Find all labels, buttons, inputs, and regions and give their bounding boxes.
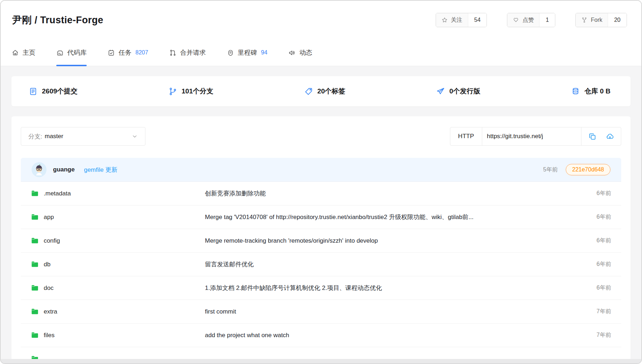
- file-row[interactable]: doc 1.添加文档 2.邮件中缺陷序号计算机制优化 2.项目、课程动态优化 6…: [21, 276, 621, 300]
- tab-issues[interactable]: 任务 8207: [107, 39, 148, 66]
- file-commit-message[interactable]: first commit: [205, 308, 581, 315]
- window-bottom-edge: [1, 359, 641, 363]
- app-window: 尹刚 / Trustie-Forge 关注 54 点赞 1 Fork: [0, 0, 642, 364]
- file-name[interactable]: .metadata: [44, 190, 71, 197]
- commit-author[interactable]: guange: [53, 166, 75, 173]
- tab-merge-requests[interactable]: 合并请求: [169, 39, 206, 66]
- home-icon: [11, 49, 19, 57]
- tag-icon: [304, 87, 313, 96]
- file-name[interactable]: doc: [44, 285, 53, 292]
- fork-label: Fork: [591, 17, 602, 23]
- file-name[interactable]: extra: [44, 308, 57, 315]
- file-commit-message[interactable]: 1.添加文档 2.邮件中缺陷序号计算机制优化 2.项目、课程动态优化: [205, 284, 581, 292]
- tab-home-label: 主页: [23, 48, 35, 57]
- download-icon[interactable]: [606, 132, 614, 141]
- branch-label: 分支:: [28, 132, 42, 141]
- folder-icon: [31, 189, 39, 198]
- file-commit-message[interactable]: 创新竞赛添加删除功能: [205, 189, 581, 198]
- tab-activity[interactable]: 动态: [288, 39, 312, 66]
- fork-icon: [581, 17, 588, 23]
- stat-branches[interactable]: 101个分支: [168, 87, 214, 96]
- file-commit-time: 6年前: [581, 237, 611, 244]
- tab-home[interactable]: 主页: [11, 39, 35, 66]
- copy-icon[interactable]: [588, 132, 597, 141]
- commits-icon: [29, 87, 38, 96]
- branch-icon: [168, 87, 177, 96]
- stat-tags-label: 20个标签: [317, 87, 345, 96]
- stat-branches-label: 101个分支: [182, 87, 214, 96]
- repo-browser-card: 分支: master HTTP https://git.trustie.net/…: [11, 116, 631, 364]
- folder-icon: [31, 307, 39, 316]
- folder-icon: [31, 331, 39, 339]
- file-commit-message[interactable]: Merge tag 'V20140708' of http://reposito…: [205, 213, 581, 221]
- file-row[interactable]: config Merge remote-tracking branch 'rem…: [21, 229, 621, 253]
- file-commit-time: 6年前: [581, 261, 611, 268]
- file-name[interactable]: config: [44, 237, 60, 244]
- latest-commit-row: guange gemfile 更新 5年前 221e70d648: [21, 158, 621, 182]
- file-commit-time: 6年前: [581, 213, 611, 221]
- branch-selector[interactable]: 分支: master: [21, 127, 145, 146]
- stat-repo-size[interactable]: 仓库 0 B: [571, 87, 610, 96]
- file-row[interactable]: db 留言发送邮件优化 6年前: [21, 253, 621, 276]
- file-name[interactable]: app: [44, 214, 54, 221]
- file-row[interactable]: extra first commit 7年前: [21, 300, 621, 324]
- chevron-down-icon: [131, 133, 138, 140]
- file-row[interactable]: files add the project what one watch 7年前: [21, 324, 621, 347]
- stat-commits[interactable]: 2609个提交: [29, 87, 77, 96]
- repo-size-icon: [571, 87, 580, 96]
- branch-value: master: [45, 133, 131, 140]
- stat-tags[interactable]: 20个标签: [304, 87, 345, 96]
- tab-milestones-label: 里程碑: [238, 48, 257, 57]
- tab-activity-label: 动态: [299, 48, 312, 57]
- tab-issues-label: 任务: [119, 48, 131, 57]
- file-row[interactable]: .metadata 创新竞赛添加删除功能 6年前: [21, 182, 621, 205]
- commit-time: 5年前: [543, 166, 558, 174]
- stat-releases[interactable]: 0个发行版: [436, 87, 480, 96]
- file-name[interactable]: files: [44, 332, 54, 339]
- repo-stats-bar: 2609个提交 101个分支 20个标签 0个发行版 仓库 0 B: [11, 76, 631, 106]
- repo-header: 尹刚 / Trustie-Forge 关注 54 点赞 1 Fork: [1, 1, 641, 39]
- tasks-icon: [107, 49, 115, 57]
- like-label: 点赞: [522, 16, 534, 24]
- release-icon: [436, 87, 445, 96]
- milestone-icon: [227, 49, 234, 57]
- watch-count: 54: [468, 13, 487, 27]
- commit-hash-badge[interactable]: 221e70d648: [566, 164, 610, 175]
- folder-icon: [31, 284, 39, 292]
- avatar[interactable]: [32, 162, 47, 177]
- tab-bar: 主页 代码库 任务 8207 合并请求 里程碑 94 动态: [1, 39, 641, 66]
- fork-button[interactable]: Fork 20: [575, 13, 627, 27]
- repo-icon: [56, 49, 64, 57]
- stat-repo-size-label: 仓库 0 B: [584, 87, 610, 96]
- file-commit-message[interactable]: Merge remote-tracking branch 'remotes/or…: [205, 237, 581, 244]
- file-commit-message[interactable]: 留言发送邮件优化: [205, 260, 581, 268]
- file-commit-time: 6年前: [581, 284, 611, 292]
- file-commit-time: 7年前: [581, 308, 611, 315]
- page-title: 尹刚 / Trustie-Forge: [12, 14, 103, 26]
- star-icon: [441, 17, 448, 23]
- folder-icon: [31, 237, 39, 245]
- file-name[interactable]: db: [44, 261, 51, 268]
- file-commit-time: 6年前: [581, 190, 611, 197]
- tab-repository[interactable]: 代码库: [56, 39, 87, 66]
- clone-url-group: HTTP https://git.trustie.net/j: [450, 127, 621, 146]
- file-row[interactable]: app Merge tag 'V20140708' of http://repo…: [21, 205, 621, 229]
- stat-commits-label: 2609个提交: [42, 87, 77, 96]
- protocol-selector[interactable]: HTTP: [450, 127, 482, 145]
- commit-message-link[interactable]: gemfile 更新: [84, 166, 118, 174]
- file-commit-time: 7年前: [581, 331, 611, 339]
- repo-toolbar: 分支: master HTTP https://git.trustie.net/…: [21, 127, 621, 146]
- watch-button[interactable]: 关注 54: [436, 13, 487, 27]
- heart-icon: [513, 17, 519, 23]
- like-count: 1: [540, 13, 555, 27]
- stat-releases-label: 0个发行版: [449, 87, 480, 96]
- tab-milestones[interactable]: 里程碑 94: [227, 39, 268, 66]
- tab-merge-requests-label: 合并请求: [180, 48, 206, 57]
- watch-label: 关注: [451, 16, 463, 24]
- file-commit-message[interactable]: add the project what one watch: [205, 332, 581, 339]
- like-button[interactable]: 点赞 1: [507, 13, 555, 27]
- tab-issues-count: 8207: [135, 49, 148, 56]
- clone-url-field[interactable]: https://git.trustie.net/j: [482, 127, 581, 145]
- activity-icon: [288, 49, 296, 57]
- tab-repository-label: 代码库: [67, 48, 87, 57]
